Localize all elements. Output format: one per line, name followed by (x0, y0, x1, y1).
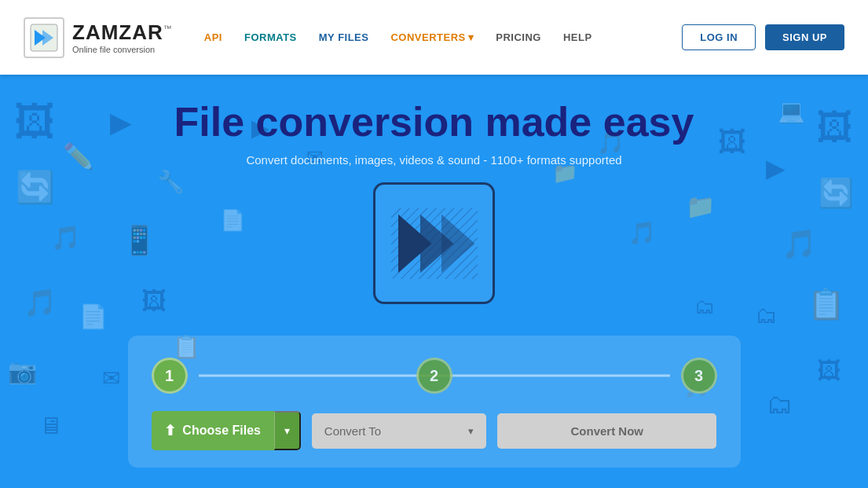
nav-link-pricing[interactable]: PRICING (496, 31, 541, 43)
nav-link-help[interactable]: HELP (563, 31, 592, 43)
choose-files-wrapper: ⬆ Choose Files ▾ (152, 411, 301, 450)
choose-files-button[interactable]: ⬆ Choose Files (152, 411, 274, 450)
upload-icon: ⬆ (164, 422, 176, 439)
logo-subtitle: Online file conversion (72, 45, 173, 54)
nav-link-api[interactable]: API (204, 31, 222, 43)
step-3: 3 (681, 358, 717, 394)
choose-files-dropdown-button[interactable]: ▾ (274, 411, 301, 450)
logo-text: ZAMZAR™ Online file conversion (72, 20, 173, 54)
chevron-down-icon: ▾ (284, 424, 290, 437)
step-1: 1 (152, 358, 188, 394)
logo-link[interactable]: ZAMZAR™ Online file conversion (24, 17, 173, 58)
convert-now-button[interactable]: Convert Now (497, 413, 716, 449)
chevron-down-icon: ▾ (468, 31, 474, 43)
login-button[interactable]: LOG IN (682, 24, 756, 50)
hero-section: 🖼 ✏️ 🔄 ▶ 🎵 🔧 📱 🎵 📄 🖼 📷 ✉ 📋 🖥 🖼 💻 🖼 🔄 ▶ 📁… (0, 75, 868, 488)
buttons-row: ⬆ Choose Files ▾ Convert To ▾ Convert No… (152, 411, 717, 450)
nav-link-converters[interactable]: CONVERTERS ▾ (390, 31, 474, 43)
steps-row: 1 2 3 (152, 358, 717, 394)
hero-title: File conversion made easy (174, 98, 694, 145)
logo-icon (24, 17, 64, 58)
nav-links: API FORMATS MY FILES CONVERTERS ▾ PRICIN… (204, 31, 682, 43)
nav-actions: LOG IN SIGN UP (682, 24, 844, 50)
hero-subtitle: Convert documents, images, videos & soun… (174, 153, 694, 167)
steps-area: 1 2 3 ⬆ Choose Files ▾ Conve (128, 336, 741, 468)
step-2: 2 (416, 358, 452, 394)
signup-button[interactable]: SIGN UP (765, 24, 844, 50)
logo-name: ZAMZAR™ (72, 20, 173, 45)
navbar: ZAMZAR™ Online file conversion API FORMA… (0, 0, 868, 75)
nav-link-myfiles[interactable]: MY FILES (319, 31, 369, 43)
hero-center-logo (373, 182, 495, 304)
chevron-down-icon: ▾ (468, 425, 474, 437)
hero-content: File conversion made easy Convert docume… (174, 75, 694, 182)
nav-link-formats[interactable]: FORMATS (244, 31, 297, 43)
convert-to-button[interactable]: Convert To ▾ (312, 413, 486, 449)
